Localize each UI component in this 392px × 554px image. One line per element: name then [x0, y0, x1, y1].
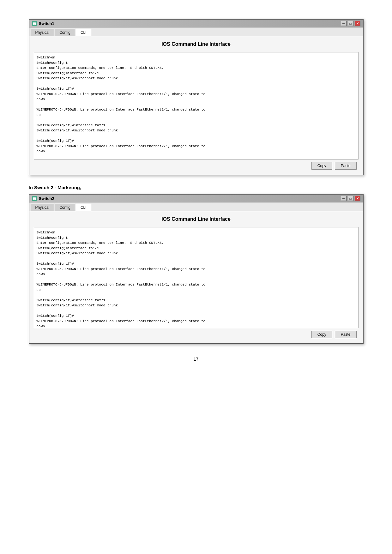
- switch1-icon: ▤: [32, 21, 37, 26]
- switch2-window: ▤ Switch2 ─ □ ✕ Physical Config CLI IOS …: [29, 194, 364, 344]
- switch2-title: Switch2: [39, 196, 54, 201]
- switch2-tabs: Physical Config CLI: [29, 202, 363, 211]
- switch2-maximize-button[interactable]: □: [348, 196, 353, 201]
- switch2-close-button[interactable]: ✕: [355, 196, 360, 201]
- switch2-tab-cli[interactable]: CLI: [76, 204, 91, 211]
- switch2-tab-config[interactable]: Config: [55, 204, 75, 211]
- switch2-copy-button[interactable]: Copy: [311, 331, 332, 338]
- switch1-cli-area[interactable]: Switch>en Switch#config t Enter configur…: [34, 52, 359, 160]
- switch1-body: IOS Command Line Interface Switch>en Swi…: [29, 36, 363, 175]
- switch2-paste-button[interactable]: Paste: [335, 331, 357, 338]
- switch2-title-left: ▤ Switch2: [32, 196, 54, 201]
- switch1-tab-physical[interactable]: Physical: [31, 29, 54, 36]
- switch1-controls: ─ □ ✕: [341, 21, 360, 26]
- switch2-tab-physical[interactable]: Physical: [31, 204, 54, 211]
- switch2-minimize-button[interactable]: ─: [341, 196, 347, 201]
- switch1-ios-title: IOS Command Line Interface: [34, 39, 359, 49]
- page-content: ▤ Switch1 ─ □ ✕ Physical Config CLI IOS …: [22, 13, 370, 368]
- switch1-copy-button[interactable]: Copy: [311, 162, 332, 170]
- switch1-maximize-button[interactable]: □: [348, 21, 353, 26]
- switch1-paste-button[interactable]: Paste: [335, 162, 357, 170]
- page-number: 17: [29, 357, 364, 362]
- switch1-tab-cli[interactable]: CLI: [76, 29, 91, 36]
- switch1-title-left: ▤ Switch1: [32, 21, 54, 26]
- switch1-minimize-button[interactable]: ─: [341, 21, 347, 26]
- switch2-ios-title: IOS Command Line Interface: [34, 214, 359, 224]
- switch2-button-bar: Copy Paste: [34, 328, 359, 340]
- switch2-controls: ─ □ ✕: [341, 196, 360, 201]
- switch2-cli-area[interactable]: Switch>en Switch#config t Enter configur…: [34, 227, 359, 328]
- switch2-icon: ▤: [32, 196, 37, 201]
- switch1-titlebar: ▤ Switch1 ─ □ ✕: [29, 20, 363, 27]
- section-label: In Switch 2 - Marketing,: [29, 185, 364, 190]
- switch2-titlebar: ▤ Switch2 ─ □ ✕: [29, 195, 363, 202]
- switch1-tab-config[interactable]: Config: [55, 29, 75, 36]
- switch1-close-button[interactable]: ✕: [355, 21, 360, 26]
- switch1-title: Switch1: [39, 21, 54, 26]
- switch2-body: IOS Command Line Interface Switch>en Swi…: [29, 211, 363, 343]
- switch1-window: ▤ Switch1 ─ □ ✕ Physical Config CLI IOS …: [29, 19, 364, 175]
- switch1-tabs: Physical Config CLI: [29, 27, 363, 36]
- switch1-button-bar: Copy Paste: [34, 160, 359, 172]
